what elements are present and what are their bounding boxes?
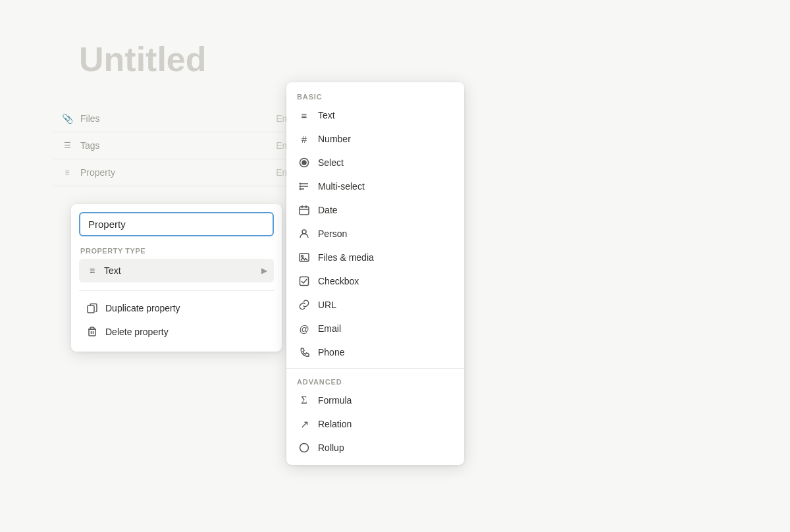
type-files-media[interactable]: Files & media [286,246,464,269]
prop-name: Property [80,167,276,178]
basic-section-header: BASIC [286,88,464,103]
number-label: Number [318,134,351,144]
tags-icon: ☰ [61,139,74,152]
files-media-icon [297,250,311,265]
divider [79,290,274,291]
multiselect-icon [297,179,311,194]
person-icon [297,226,311,241]
section-divider [286,368,464,369]
type-person[interactable]: Person [286,222,464,246]
type-checkbox[interactable]: Checkbox [286,269,464,293]
files-icon: 📎 [61,112,74,125]
phone-label: Phone [318,347,344,358]
list-item: 📎 Files Emp [53,105,303,132]
type-rollup[interactable]: Rollup [286,436,464,460]
trash-icon [86,325,99,338]
chevron-right-icon: ▶ [261,266,267,275]
email-icon: @ [297,321,311,336]
type-phone[interactable]: Phone [286,340,464,364]
type-multiselect[interactable]: Multi-select [286,174,464,198]
property-name-input[interactable] [79,212,274,236]
svg-point-18 [302,255,303,257]
type-email[interactable]: @ Email [286,317,464,340]
svg-rect-12 [300,207,309,215]
checkbox-icon [297,274,311,288]
svg-point-16 [302,230,306,234]
property-list: 📎 Files Emp ☰ Tags Emp ≡ Property Emp [53,105,303,186]
svg-point-11 [300,188,302,190]
formula-icon: Σ [297,393,311,408]
delete-property-button[interactable]: Delete property [79,320,274,344]
advanced-section-header: ADVANCED [286,373,464,388]
svg-point-20 [300,444,309,452]
delete-label: Delete property [105,327,169,337]
property-type-label: PROPERTY TYPE [79,247,274,255]
list-item: ≡ Property Emp [53,159,303,186]
prop-name: Files [80,113,276,124]
relation-icon: ↗ [297,417,311,431]
type-relation[interactable]: ↗ Relation [286,412,464,436]
duplicate-property-button[interactable]: Duplicate property [79,296,274,320]
relation-label: Relation [318,419,352,429]
type-url[interactable]: URL [286,293,464,317]
svg-rect-19 [300,277,309,286]
text-icon: ≡ [297,108,311,122]
checkbox-label: Checkbox [318,276,359,286]
duplicate-label: Duplicate property [105,303,180,313]
url-label: URL [318,300,336,310]
date-icon [297,203,311,217]
svg-point-10 [300,186,302,188]
select-label: Select [318,157,344,168]
url-icon [297,298,311,312]
number-icon: # [297,132,311,146]
type-date[interactable]: Date [286,198,464,222]
type-number[interactable]: # Number [286,127,464,151]
formula-label: Formula [318,395,352,406]
rollup-icon [297,440,311,455]
type-select[interactable]: Select [286,151,464,174]
select-icon [297,155,311,170]
page-title: Untitled [53,40,737,79]
list-item: ☰ Tags Emp [53,132,303,159]
prop-name: Tags [80,140,276,151]
duplicate-icon [86,302,99,315]
rollup-label: Rollup [318,442,344,453]
text-label: Text [318,110,335,120]
svg-point-5 [302,161,306,165]
files-media-label: Files & media [318,252,374,263]
current-type-label: Text [104,265,261,276]
svg-rect-0 [88,306,94,313]
type-dropdown: BASIC ≡ Text # Number Select Multi [286,82,464,465]
text-type-icon: ≡ [86,264,99,277]
svg-rect-1 [89,329,95,336]
phone-icon [297,345,311,359]
email-label: Email [318,323,341,334]
date-label: Date [318,205,338,215]
property-icon: ≡ [61,166,74,179]
svg-point-9 [300,183,302,185]
type-formula[interactable]: Σ Formula [286,388,464,412]
type-text[interactable]: ≡ Text [286,103,464,127]
person-label: Person [318,228,347,239]
type-row[interactable]: ≡ Text ▶ [79,259,274,282]
multiselect-label: Multi-select [318,181,365,192]
edit-panel: PROPERTY TYPE ≡ Text ▶ Duplicate propert… [71,204,282,352]
